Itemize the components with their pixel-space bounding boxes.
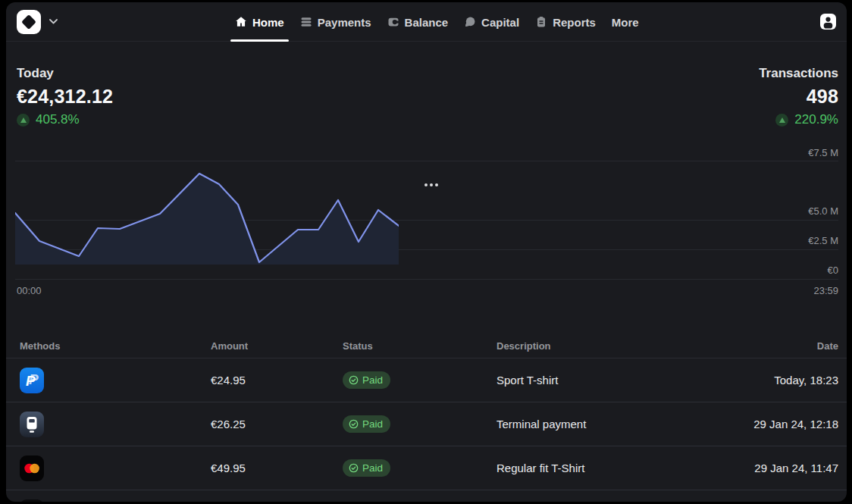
chart-plot <box>15 152 399 265</box>
chart-area <box>15 174 399 265</box>
nav-item-home[interactable]: Home <box>235 2 284 42</box>
today-metric: Today €24,312.12 405.8% <box>17 66 113 127</box>
home-icon <box>235 16 247 28</box>
status-badge: Paid <box>343 459 390 477</box>
nav-item-balance[interactable]: Balance <box>387 2 449 42</box>
today-label: Today <box>17 66 113 81</box>
brand-logo-icon[interactable] <box>17 10 41 34</box>
y-axis-tick: €7.5 M <box>808 147 838 158</box>
mastercard-icon <box>20 455 44 481</box>
transactions-table: Methods Amount Status Description Date P… <box>6 333 847 502</box>
reports-icon <box>535 16 547 28</box>
app-window: Home Payments Balance <box>6 2 847 502</box>
description-cell: Terminal payment <box>496 418 586 430</box>
nav-item-reports[interactable]: Reports <box>535 2 596 42</box>
ellipsis-icon <box>424 183 428 186</box>
transactions-value: 498 <box>807 86 838 108</box>
col-header-description: Description <box>496 340 551 352</box>
amount-cell: €26.25 <box>211 418 343 430</box>
status-label: Paid <box>362 374 383 386</box>
metrics-section: Today €24,312.12 405.8% Transactions 498… <box>6 42 847 127</box>
check-circle-icon <box>349 375 359 385</box>
status-label: Paid <box>362 418 383 430</box>
y-axis-tick: €5.0 M <box>808 205 838 217</box>
gridline <box>15 279 838 280</box>
today-change-value: 405.8% <box>36 112 80 127</box>
paypal-icon: PP <box>20 368 44 393</box>
transactions-label: Transactions <box>759 66 838 81</box>
description-cell: Sport T-shirt <box>496 374 558 387</box>
diamond-icon <box>21 14 36 30</box>
transactions-metric: Transactions 498 220.9% <box>759 66 838 127</box>
table-row[interactable]: €26.25 Paid Terminal payment 29 Jan 24, … <box>6 402 847 446</box>
nav-label: Payments <box>318 16 371 29</box>
col-header-amount: Amount <box>211 340 343 352</box>
trend-up-icon <box>17 114 30 127</box>
date-cell: 29 Jan 24, 12:18 <box>753 418 838 430</box>
y-axis-tick: €0 <box>828 265 838 276</box>
nav-menu: Home Payments Balance <box>235 2 639 42</box>
chevron-down-icon <box>49 19 58 24</box>
nav-item-capital[interactable]: Capital <box>464 2 519 42</box>
check-circle-icon <box>349 463 359 473</box>
payments-icon <box>300 16 312 28</box>
table-header: Methods Amount Status Description Date <box>6 333 847 358</box>
amount-cell: €24.95 <box>211 374 343 387</box>
table-row[interactable]: PP €24.95 Paid Sport T-shirt Today, 18:2… <box>6 358 847 402</box>
status-badge: Paid <box>343 415 390 433</box>
nav-label: Reports <box>553 16 596 29</box>
transactions-change-value: 220.9% <box>794 112 838 127</box>
trend-up-icon <box>775 114 788 127</box>
today-change: 405.8% <box>17 112 113 127</box>
col-header-status: Status <box>343 340 496 352</box>
ellipsis-icon <box>430 183 433 186</box>
volume-chart: €7.5 M €5.0 M €2.5 M €0 00:00 23:59 <box>6 142 847 299</box>
x-axis-tick-end: 23:59 <box>813 285 838 296</box>
date-cell: 29 Jan 24, 11:47 <box>754 462 838 474</box>
status-label: Paid <box>362 462 383 474</box>
capital-icon <box>464 16 476 28</box>
x-axis-tick-start: 00:00 <box>17 285 42 296</box>
table-row[interactable]: Paid <box>6 490 847 502</box>
nav-item-payments[interactable]: Payments <box>300 2 371 42</box>
transactions-change: 220.9% <box>775 112 838 127</box>
top-nav: Home Payments Balance <box>6 2 847 42</box>
description-cell: Regular fit T-Shirt <box>496 462 584 474</box>
status-badge: Paid <box>343 371 390 389</box>
nav-item-more[interactable]: More <box>612 2 639 42</box>
ellipsis-icon <box>435 183 438 186</box>
table-row[interactable]: €49.95 Paid Regular fit T-Shirt 29 Jan 2… <box>6 446 847 490</box>
account-icon <box>820 14 836 30</box>
today-value: €24,312.12 <box>17 86 113 108</box>
amount-cell: €49.95 <box>211 462 343 474</box>
balance-icon <box>387 16 399 28</box>
nav-label: Home <box>252 16 284 29</box>
terminal-icon <box>20 412 44 437</box>
col-header-date: Date <box>817 340 838 352</box>
y-axis-tick: €2.5 M <box>808 235 838 246</box>
date-cell: Today, 18:23 <box>774 374 838 387</box>
chart-ellipsis-button[interactable] <box>421 180 441 189</box>
nav-label: Capital <box>481 16 519 29</box>
card-icon <box>20 499 44 502</box>
check-circle-icon <box>349 419 359 429</box>
account-switcher[interactable] <box>17 10 58 34</box>
account-button[interactable] <box>820 14 836 30</box>
nav-label: More <box>612 16 639 29</box>
col-header-methods: Methods <box>20 340 211 352</box>
nav-label: Balance <box>405 16 449 29</box>
